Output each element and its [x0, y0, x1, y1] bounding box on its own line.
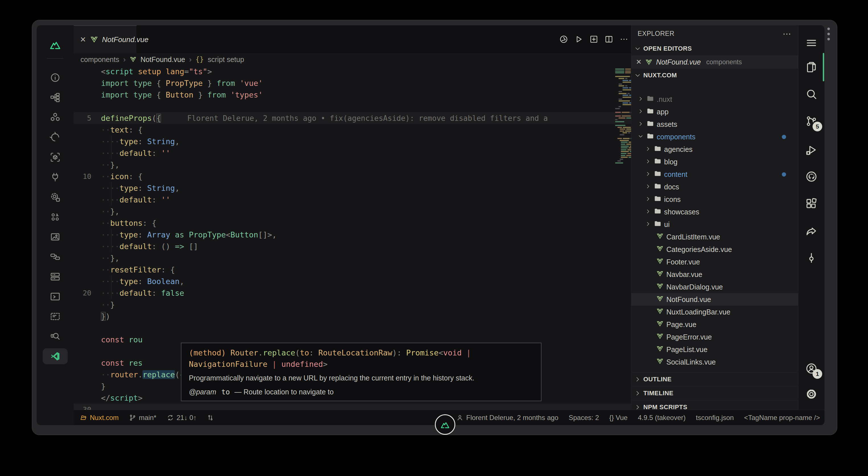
code-line[interactable]: ··resetFilter: {	[74, 264, 631, 276]
tree-item-ui[interactable]: ui	[631, 218, 798, 231]
tree-item-agencies[interactable]: agencies	[631, 143, 798, 156]
tree-item-components[interactable]: components	[631, 130, 798, 143]
devtools-tab-vscode[interactable]	[43, 348, 68, 364]
code-line[interactable]: ··text: {	[74, 124, 631, 136]
status-item[interactable]: Spaces: 2	[568, 414, 599, 422]
status-item[interactable]: {} Vue	[609, 414, 628, 422]
play-button[interactable]	[572, 33, 585, 46]
code-line[interactable]: ····type: String,	[74, 182, 631, 194]
tree-item-content[interactable]: content	[631, 168, 798, 181]
breadcrumb-item[interactable]: script setup	[208, 56, 244, 64]
status-item[interactable]: <TagName prop-name />	[744, 414, 820, 422]
status-item[interactable]: Florent Delerue, 2 months ago	[456, 414, 558, 422]
devtools-tab-assets[interactable]	[43, 229, 68, 245]
nuxt-dock-icon[interactable]	[435, 414, 455, 435]
code-line[interactable]: 5defineProps({Florent Delerue, 2 months …	[74, 112, 631, 124]
status-item[interactable]: tsconfig.json	[696, 414, 734, 422]
activity-gear-button[interactable]	[803, 386, 819, 402]
tree-item--nuxt[interactable]: .nuxt	[631, 93, 798, 105]
activity-extensions-button[interactable]	[803, 196, 819, 212]
code-line[interactable]	[74, 322, 631, 334]
code-line[interactable]: ··buttons: {	[74, 217, 631, 229]
activity-pin-button[interactable]	[803, 250, 819, 266]
code-line[interactable]: import type { PropType } from 'vue'	[74, 77, 631, 89]
tree-item-SocialLinks-vue[interactable]: SocialLinks.vue	[631, 356, 798, 368]
tree-item-assets[interactable]: assets	[631, 118, 798, 130]
code-line[interactable]: })	[74, 311, 631, 322]
tree-item-PageList-vue[interactable]: PageList.vue	[631, 343, 798, 356]
devtools-tab-plugins[interactable]	[43, 169, 68, 185]
tree-item-NotFound-vue[interactable]: NotFound.vue	[631, 293, 798, 306]
devtools-tab-open-graph[interactable]	[43, 328, 68, 344]
project-section-header[interactable]: NUXT.COM	[631, 68, 798, 82]
activity-debug-button[interactable]	[803, 142, 819, 158]
open-editors-header[interactable]: OPEN EDITORS	[631, 42, 798, 56]
plus-sq-button[interactable]	[587, 33, 600, 46]
nuxt-logo-icon[interactable]	[43, 37, 68, 53]
breadcrumb-item[interactable]: components	[81, 56, 119, 64]
tree-item-CardListItem-vue[interactable]: CardListItem.vue	[631, 231, 798, 243]
code-editor[interactable]: <script setup lang="ts">import type { Pr…	[74, 66, 631, 410]
code-line[interactable]: ··}	[74, 299, 631, 311]
code-line[interactable]: ····default: ''	[74, 147, 631, 159]
devtools-tab-payload[interactable]	[43, 209, 68, 225]
tree-item-Footer-vue[interactable]: Footer.vue	[631, 256, 798, 268]
devtools-tab-runtime-config[interactable]	[43, 189, 68, 205]
status-item[interactable]: 4.9.5 (takeover)	[638, 414, 686, 422]
code-line[interactable]: ··},	[74, 159, 631, 170]
tree-item-Navbar-vue[interactable]: Navbar.vue	[631, 268, 798, 281]
activity-account-button[interactable]: 1	[803, 360, 819, 377]
more-actions-icon[interactable]: ⋯	[783, 29, 792, 39]
devtools-tab-modules[interactable]	[43, 149, 68, 165]
tree-item-showcases[interactable]: showcases	[631, 205, 798, 218]
timeline-button[interactable]	[557, 33, 570, 46]
activity-files-button[interactable]	[803, 59, 819, 75]
tree-item-Page-vue[interactable]: Page.vue	[631, 318, 798, 331]
ellipsis-button[interactable]	[617, 33, 630, 46]
activity-git-button[interactable]: 5	[803, 113, 819, 129]
tree-item-CategoriesAside-vue[interactable]: CategoriesAside.vue	[631, 243, 798, 256]
status-item[interactable]: main*	[129, 414, 156, 422]
code-line[interactable]: ····type: Array as PropType<Button[]>,	[74, 229, 631, 241]
code-line[interactable]: 20····default: false	[74, 287, 631, 299]
code-line[interactable]: ··},	[74, 252, 631, 264]
code-line[interactable]: 10··icon: {	[74, 170, 631, 182]
tree-item-icons[interactable]: icons	[631, 193, 798, 205]
section-timeline[interactable]: TIMELINE	[631, 386, 798, 400]
devtools-tab-components[interactable]	[43, 109, 68, 125]
section-outline[interactable]: OUTLINE	[631, 372, 798, 386]
devtools-tab-server-routes[interactable]	[43, 249, 68, 265]
code-line[interactable]: ····default: () => []	[74, 241, 631, 252]
code-line[interactable]: ····default: ''	[74, 194, 631, 205]
activity-share-button[interactable]	[803, 223, 819, 240]
devtools-tab-info[interactable]	[43, 70, 68, 86]
status-item[interactable]: Nuxt.com	[80, 414, 119, 422]
devtools-tab-storage[interactable]	[43, 269, 68, 285]
window-drag-dots[interactable]	[827, 28, 830, 43]
status-item[interactable]	[207, 414, 214, 421]
tree-item-NuxtLoadingBar-vue[interactable]: NuxtLoadingBar.vue	[631, 306, 798, 318]
tree-item-docs[interactable]: docs	[631, 181, 798, 193]
devtools-tab-composables[interactable]	[43, 129, 68, 145]
breadcrumb-item[interactable]: NotFound.vue	[141, 56, 185, 64]
tree-item-PageError-vue[interactable]: PageError.vue	[631, 331, 798, 343]
code-line[interactable]: ····type: String,	[74, 136, 631, 147]
code-line[interactable]: import type { Button } from 'types'	[74, 89, 631, 101]
status-item[interactable]: 21↓ 0↑	[167, 414, 197, 422]
devtools-tab-terminal[interactable]	[43, 289, 68, 305]
activity-menu-button[interactable]	[803, 35, 819, 51]
code-line[interactable]: ··},	[74, 205, 631, 217]
tab-notfound-vue[interactable]: ✕ NotFound.vue	[74, 25, 137, 53]
close-icon[interactable]: ✕	[636, 58, 642, 66]
tree-item-blog[interactable]: blog	[631, 156, 798, 168]
activity-github-button[interactable]	[803, 169, 819, 185]
breadcrumb[interactable]: components›NotFound.vue›{}script setup	[74, 53, 631, 66]
code-line[interactable]: <script setup lang="ts">	[74, 66, 631, 77]
activity-search-button[interactable]	[803, 86, 819, 102]
code-line[interactable]: ····type: Boolean,	[74, 276, 631, 287]
open-editor-item[interactable]: ✕NotFound.vuecomponents	[631, 56, 798, 68]
tree-item-app[interactable]: app	[631, 105, 798, 118]
devtools-tab-virtual-files[interactable]	[43, 309, 68, 324]
close-icon[interactable]: ✕	[80, 35, 86, 44]
tree-item-NavbarDialog-vue[interactable]: NavbarDialog.vue	[631, 281, 798, 293]
